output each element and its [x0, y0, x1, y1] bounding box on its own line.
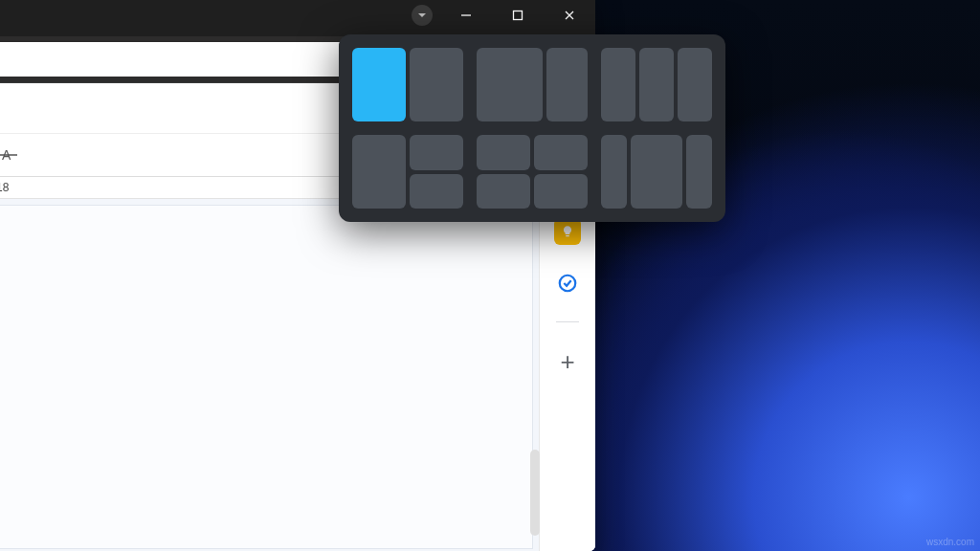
window-controls [440, 0, 595, 36]
document-body: + [0, 199, 595, 551]
snap-zone-right-stack [410, 135, 463, 209]
snap-zone-left-narrow[interactable] [601, 135, 627, 209]
snap-zone-br[interactable] [534, 174, 588, 209]
snap-zone-bottom[interactable] [410, 174, 463, 209]
snap-zone-left-wide[interactable] [477, 48, 543, 121]
svg-rect-1 [514, 11, 523, 20]
snap-zone-2[interactable] [639, 48, 674, 121]
snap-layout-thirds [601, 48, 712, 121]
side-panel-separator [556, 321, 579, 322]
maximize-button[interactable] [492, 0, 544, 36]
snap-zone-bl[interactable] [477, 174, 530, 209]
keep-icon[interactable] [554, 218, 581, 245]
sheet-canvas[interactable] [0, 205, 533, 549]
snap-zone-right-narrow[interactable] [686, 135, 712, 209]
close-button[interactable] [544, 0, 595, 36]
desktop-wallpaper: ☆ A 18 [0, 0, 980, 551]
tab-dropdown-icon[interactable] [412, 5, 433, 26]
snap-zone-right-narrow[interactable] [546, 48, 588, 121]
side-panel: + [539, 199, 595, 551]
snap-zone-right[interactable] [410, 48, 463, 121]
snap-row-1 [352, 48, 712, 121]
tasks-icon[interactable] [554, 270, 581, 297]
snap-zone-top[interactable] [410, 135, 463, 170]
snap-layout-quadrants [477, 135, 588, 209]
strikethrough-icon[interactable]: A [0, 143, 21, 167]
snap-zone-tl[interactable] [477, 135, 530, 170]
snap-layout-split-5050 [352, 48, 463, 121]
snap-zone-3[interactable] [678, 48, 712, 121]
minimize-button[interactable] [440, 0, 492, 36]
snap-zone-left[interactable] [352, 135, 406, 209]
snap-zone-tr[interactable] [534, 135, 588, 170]
snap-layouts-flyout [339, 34, 725, 222]
watermark-text: wsxdn.com [926, 537, 974, 547]
window-titlebar[interactable] [0, 0, 595, 36]
snap-layout-split-7030 [477, 48, 588, 121]
snap-row-2 [352, 135, 712, 209]
snap-zone-center[interactable] [631, 135, 682, 209]
snap-zone-1[interactable] [601, 48, 635, 121]
snap-layout-left-stack [352, 135, 463, 209]
snap-zone-left[interactable] [352, 48, 406, 121]
vertical-scrollbar[interactable] [530, 450, 540, 536]
add-addon-button[interactable]: + [560, 347, 574, 377]
snap-layout-center-wide [601, 135, 712, 209]
